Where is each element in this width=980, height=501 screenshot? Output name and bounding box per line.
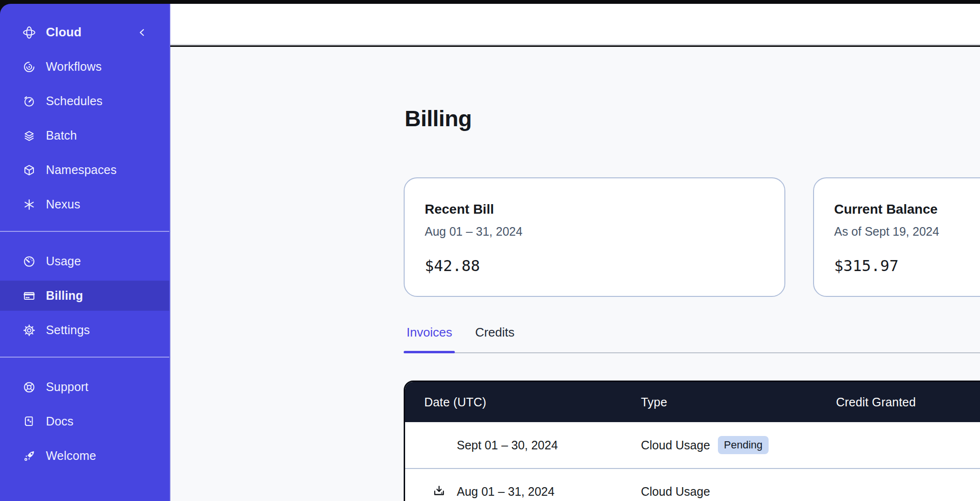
sidebar-item-settings[interactable]: Settings (0, 315, 169, 345)
tab-invoices[interactable]: Invoices (404, 325, 455, 352)
invoice-type: Cloud Usage (641, 438, 710, 452)
billing-tabs: Invoices Credits (404, 325, 980, 353)
sidebar-item-label: Docs (46, 414, 74, 428)
schedules-timer-icon (22, 94, 36, 109)
download-invoice-button[interactable] (431, 484, 447, 499)
status-badge-pending: Pending (718, 436, 769, 454)
card-title: Recent Bill (425, 201, 770, 218)
page-title: Billing (405, 106, 472, 131)
tab-credits[interactable]: Credits (472, 325, 517, 352)
sidebar-item-docs[interactable]: Docs (0, 406, 169, 436)
sidebar-item-label: Nexus (46, 197, 80, 211)
sidebar-header: Cloud (0, 17, 169, 47)
current-balance-card: Current Balance As of Sept 19, 2024 $315… (813, 177, 980, 297)
column-header-type: Type (641, 395, 836, 409)
batch-layers-icon (22, 129, 36, 143)
card-amount: $42.88 (425, 257, 770, 275)
sidebar: Cloud Workflows Schedules (0, 4, 170, 501)
billing-credit-card-icon (22, 289, 36, 303)
download-slot-empty (431, 437, 447, 453)
billing-page: { "sidebar": { "header": { "label": "Clo… (0, 0, 980, 501)
sidebar-item-schedules[interactable]: Schedules (0, 86, 169, 116)
sidebar-item-batch[interactable]: Batch (0, 120, 169, 151)
sidebar-item-label: Support (46, 380, 88, 394)
sidebar-nav: Workflows Schedules Batch (0, 52, 169, 471)
nexus-asterisk-icon (22, 197, 36, 212)
sidebar-collapse-button[interactable] (134, 24, 150, 41)
download-icon (431, 484, 447, 499)
main-content: Billing Recent Bill Aug 01 – 31, 2024 $4… (170, 47, 980, 501)
chevron-left-icon (136, 26, 148, 39)
recent-bill-card: Recent Bill Aug 01 – 31, 2024 $42.88 (404, 177, 785, 297)
invoice-date: Sept 01 – 30, 2024 (457, 438, 558, 452)
card-amount: $315.97 (834, 257, 980, 275)
column-header-credit: Credit Granted (836, 395, 980, 409)
invoice-type: Cloud Usage (641, 485, 710, 499)
invoice-date: Aug 01 – 31, 2024 (457, 485, 554, 499)
sidebar-item-billing[interactable]: Billing (0, 281, 169, 311)
settings-gear-icon (22, 323, 36, 338)
workflows-icon (22, 60, 36, 74)
invoice-row: Aug 01 – 31, 2024 Cloud Usage (405, 468, 980, 501)
card-period: Aug 01 – 31, 2024 (425, 224, 770, 239)
sidebar-item-namespaces[interactable]: Namespaces (0, 155, 169, 185)
support-lifebuoy-icon (22, 380, 36, 394)
sidebar-item-support[interactable]: Support (0, 372, 169, 402)
sidebar-divider (0, 231, 169, 232)
sidebar-item-workflows[interactable]: Workflows (0, 52, 169, 82)
sidebar-item-label: Usage (46, 254, 81, 268)
sidebar-item-nexus[interactable]: Nexus (0, 189, 169, 219)
sidebar-item-label: Namespaces (46, 163, 117, 177)
sidebar-divider (0, 357, 169, 358)
invoices-table-header: Date (UTC) Type Credit Granted (405, 382, 980, 422)
card-title: Current Balance (834, 201, 980, 218)
column-header-date: Date (UTC) (405, 395, 641, 409)
usage-gauge-icon (22, 254, 36, 269)
sidebar-header-label: Cloud (46, 25, 82, 40)
sidebar-item-usage[interactable]: Usage (0, 246, 169, 276)
welcome-rocket-icon (22, 449, 36, 463)
sidebar-item-label: Billing (46, 289, 83, 303)
sidebar-item-welcome[interactable]: Welcome (0, 441, 169, 471)
sidebar-item-label: Settings (46, 323, 90, 337)
sidebar-item-label: Schedules (46, 94, 103, 108)
topbar (170, 4, 980, 45)
sidebar-item-label: Welcome (46, 449, 96, 463)
card-as-of: As of Sept 19, 2024 (834, 224, 980, 239)
namespaces-cube-icon (22, 163, 36, 177)
invoice-row: Sept 01 – 30, 2024 Cloud Usage Pending (405, 422, 980, 468)
sidebar-item-label: Batch (46, 129, 77, 142)
cloud-logo-icon (22, 25, 36, 40)
invoices-table: Date (UTC) Type Credit Granted Sept 01 –… (404, 381, 980, 501)
sidebar-item-label: Workflows (46, 60, 102, 74)
docs-book-icon (22, 414, 36, 429)
